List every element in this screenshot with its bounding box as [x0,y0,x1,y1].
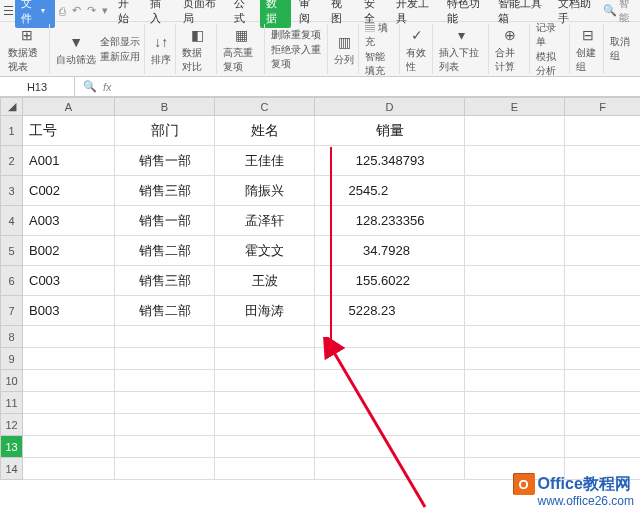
ribbon-consolidate[interactable]: ⊕ 合并计算 [491,24,530,74]
row-header[interactable]: 8 [1,326,23,348]
formula-area[interactable]: 🔍 fx [75,80,120,93]
ribbon-reapply[interactable]: 重新应用 [100,50,140,64]
cell[interactable] [565,116,641,146]
cell[interactable] [565,176,641,206]
cell[interactable]: 销售三部 [115,176,215,206]
row-header[interactable]: 2 [1,146,23,176]
row-header[interactable]: 10 [1,370,23,392]
cell[interactable] [465,326,565,348]
row-header[interactable]: 7 [1,296,23,326]
cell[interactable] [565,326,641,348]
cell[interactable] [23,414,115,436]
cell[interactable] [23,458,115,480]
cell[interactable] [23,348,115,370]
cell[interactable]: C002 [23,176,115,206]
cell[interactable] [215,348,315,370]
fx-label[interactable]: fx [103,81,112,93]
ribbon-pivot[interactable]: ⊞ 数据透视表 [4,24,50,74]
ribbon-showall[interactable]: 全部显示 [100,35,140,49]
cell[interactable] [465,436,565,458]
ribbon-remove-dup[interactable]: 删除重复项 [271,28,323,42]
cell[interactable]: A003 [23,206,115,236]
col-header-d[interactable]: D [315,98,465,116]
cell[interactable] [215,326,315,348]
cell[interactable] [565,436,641,458]
cell[interactable] [565,236,641,266]
cell[interactable]: 2545.2 [315,176,465,206]
cell[interactable]: 销售二部 [115,296,215,326]
hamburger-icon[interactable] [4,6,13,15]
ribbon-autofilter[interactable]: ▼ 自动筛选 [56,32,96,67]
row-header[interactable]: 14 [1,458,23,480]
select-all-corner[interactable]: ◢ [1,98,23,116]
cell[interactable]: 155.6022 [315,266,465,296]
cell[interactable] [565,296,641,326]
cell[interactable] [115,458,215,480]
col-header-f[interactable]: F [565,98,641,116]
cell[interactable]: 孟泽轩 [215,206,315,236]
cell[interactable] [115,370,215,392]
cell[interactable] [465,236,565,266]
cell[interactable] [215,458,315,480]
ribbon-validity[interactable]: ✓ 有效性 [402,24,433,74]
cell[interactable]: 部门 [115,116,215,146]
col-header-b[interactable]: B [115,98,215,116]
ribbon-ungroup-btn[interactable]: 取消组 [606,24,636,74]
row-header[interactable]: 1 [1,116,23,146]
save-icon[interactable]: ⎙ [59,5,66,17]
col-header-c[interactable]: C [215,98,315,116]
cell[interactable]: B002 [23,236,115,266]
cell[interactable]: C003 [23,266,115,296]
name-box[interactable]: H13 [0,77,75,96]
cell[interactable] [465,146,565,176]
chevron-down-icon[interactable]: ▾ [102,4,108,17]
row-header[interactable]: 13 [1,436,23,458]
cell[interactable] [23,436,115,458]
ribbon-record[interactable]: 记录单 [536,22,566,49]
col-header-e[interactable]: E [465,98,565,116]
cell[interactable] [23,370,115,392]
cell[interactable] [115,392,215,414]
row-header[interactable]: 11 [1,392,23,414]
cell[interactable]: 125.348793 [315,146,465,176]
ribbon-text-to-columns[interactable]: ▥ 分列 [330,24,359,74]
cell[interactable]: 隋振兴 [215,176,315,206]
cell[interactable] [115,326,215,348]
cell[interactable] [465,116,565,146]
cell[interactable] [215,370,315,392]
ribbon-highlight-dup[interactable]: ▦ 高亮重复项 [219,24,265,74]
cell[interactable] [565,266,641,296]
cell[interactable] [465,296,565,326]
cell[interactable] [565,392,641,414]
cell[interactable]: 王佳佳 [215,146,315,176]
ribbon-smart-fill[interactable]: 智能填充 [365,50,395,78]
cell[interactable]: B003 [23,296,115,326]
cell[interactable] [23,392,115,414]
cell[interactable] [465,348,565,370]
cell[interactable]: 销售一部 [115,206,215,236]
cell[interactable]: A001 [23,146,115,176]
undo-icon[interactable]: ↶ [72,4,81,17]
search-icon[interactable]: 🔍 [603,4,617,17]
cell[interactable]: 销量 [315,116,465,146]
row-header[interactable]: 6 [1,266,23,296]
cell[interactable] [565,348,641,370]
cell[interactable]: 34.7928 [315,236,465,266]
row-header[interactable]: 3 [1,176,23,206]
ribbon-fill[interactable]: ▤ 填充 [365,22,395,49]
cell[interactable]: 销售三部 [115,266,215,296]
cell[interactable]: 霍文文 [215,236,315,266]
cell[interactable] [465,370,565,392]
spreadsheet-grid[interactable]: ◢ A B C D E F 1工号部门姓名销量2A001销售一部王佳佳125.3… [0,97,640,480]
cell[interactable] [215,392,315,414]
cell[interactable]: 工号 [23,116,115,146]
row-header[interactable]: 12 [1,414,23,436]
cell[interactable]: 姓名 [215,116,315,146]
cell[interactable]: 5228.23 [315,296,465,326]
cell[interactable]: 销售一部 [115,146,215,176]
cell[interactable] [565,414,641,436]
row-header[interactable]: 5 [1,236,23,266]
cell[interactable] [215,414,315,436]
ribbon-dropdown[interactable]: ▾ 插入下拉列表 [435,24,489,74]
ribbon-sort[interactable]: ↓↑ 排序 [147,24,176,74]
